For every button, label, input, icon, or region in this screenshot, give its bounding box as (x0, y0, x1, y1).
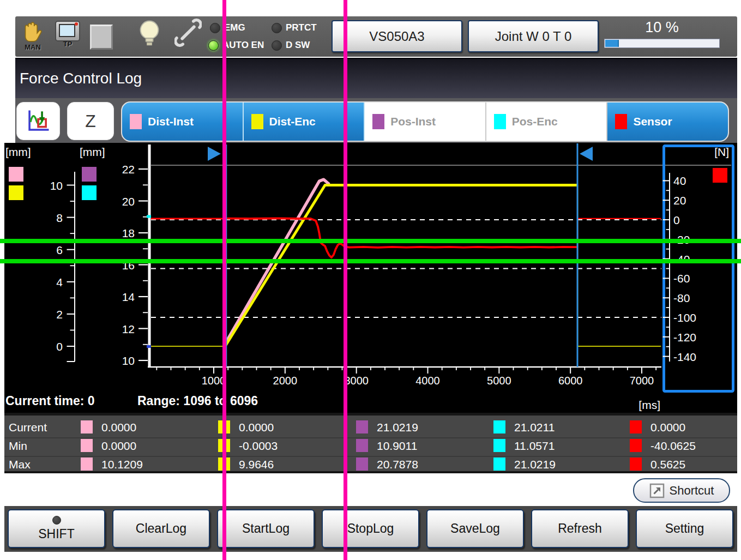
series-color-swatch (494, 114, 506, 129)
sensor-value: -40.0625 (650, 439, 696, 453)
time-tick-label: 7000 (630, 375, 654, 387)
value-table: CurrentMinMax0.00000.000010.12090.0000-0… (4, 413, 737, 473)
row-label-current: Current (9, 421, 47, 434)
tab-label: Dist-Enc (269, 115, 316, 128)
refresh-button[interactable]: Refresh (531, 509, 629, 548)
setting-button[interactable]: Setting (636, 509, 733, 548)
led-auto-en: AUTO EN (208, 40, 264, 51)
dist-inst-value: 0.0000 (101, 439, 136, 453)
speed-indicator: 10 % (604, 19, 720, 48)
pos-inst-value: 10.9011 (377, 439, 417, 453)
pos-inst-swatch (356, 457, 368, 471)
led-prtct: PRTCT (272, 22, 317, 33)
function-key-label: ClearLog (136, 521, 186, 536)
dist-axis-tick-label: 10 (50, 179, 63, 192)
led-off-indicator (210, 23, 220, 33)
teach-pendant-button[interactable]: TP (53, 19, 82, 48)
pos-inst-swatch (356, 439, 368, 452)
tab-sensor[interactable]: Sensor (607, 103, 728, 141)
led-label: EMG (224, 22, 245, 33)
dist-inst-legend-swatch (9, 167, 23, 182)
lightbulb-icon (138, 20, 161, 48)
time-tick-label: 5000 (487, 375, 511, 387)
startlog-button[interactable]: StartLog (217, 509, 315, 548)
dist-start-marker (147, 345, 151, 348)
dist-inst-swatch (81, 457, 93, 471)
current-time-label: Current time: 0 (5, 394, 95, 408)
sensor-swatch (630, 439, 642, 452)
pos-inst-legend-swatch (82, 167, 97, 182)
sensor-value: 0.5625 (650, 458, 685, 471)
force-axis-tick-label: -140 (673, 351, 696, 363)
sensor-swatch (630, 420, 642, 433)
force-axis-tick-label: -80 (673, 292, 690, 304)
axis-bar (148, 144, 151, 367)
led-label: PRTCT (286, 22, 317, 33)
dist-axis-tick-label: 4 (56, 276, 63, 288)
time-tick-label: 2000 (273, 375, 298, 387)
range-label: Range: 1096 to 6096 (137, 394, 258, 408)
z-axis-button[interactable]: Z (67, 102, 114, 140)
teach-pendant-icon (55, 21, 80, 41)
stoplog-button[interactable]: StopLog (322, 509, 419, 548)
speed-progress-bar (604, 39, 720, 48)
wrench-icon (174, 19, 202, 47)
clearlog-button[interactable]: ClearLog (112, 509, 210, 548)
led-off-indicator (272, 40, 282, 51)
pos-inst-value: 20.7878 (377, 458, 418, 471)
tab-pos-enc[interactable]: Pos-Enc (486, 103, 608, 141)
force-axis-tick-label: -120 (673, 331, 696, 344)
horizontal-marker-line-2 (0, 259, 741, 263)
title-bar: Force Control Log (15, 58, 737, 99)
force-control-log-chart: 1086420222018161412101000200030004000500… (0, 143, 741, 413)
pos-enc-value: 21.0219 (514, 458, 556, 471)
dist-inst-value: 10.1209 (101, 458, 143, 471)
series-color-swatch (130, 114, 142, 129)
force-axis-tick-label: 20 (673, 194, 686, 207)
led-label: D SW (286, 40, 310, 51)
time-axis-unit: [ms] (638, 399, 660, 411)
pos-axis-tick-label: 10 (122, 354, 135, 367)
dist-enc-value: -0.0003 (239, 439, 278, 453)
shift-button[interactable]: SHIFT (8, 509, 105, 548)
shortcut-icon (649, 483, 665, 498)
pos-enc-legend-swatch (82, 185, 97, 200)
tool-work-button[interactable]: Joint W 0 T 0 (468, 20, 599, 52)
tab-label: Pos-Inst (390, 115, 436, 128)
sensor-value: 0.0000 (650, 421, 685, 434)
series-tabs: Dist-InstDist-EncPos-InstPos-EncSensor (121, 101, 729, 142)
square-icon (90, 25, 113, 50)
tab-label: Pos-Enc (512, 115, 558, 128)
pos-enc-value: 21.0211 (514, 421, 555, 434)
time-tick-label: 4000 (415, 375, 440, 387)
led-d-sw: D SW (272, 40, 310, 51)
pos-inst-swatch (356, 420, 368, 433)
lamp-button[interactable] (138, 20, 161, 50)
robot-select-button[interactable]: VS050A3 (332, 20, 462, 52)
manual-mode-button[interactable]: MAN (19, 19, 47, 51)
savelog-button[interactable]: SaveLog (426, 509, 524, 548)
tab-pos-inst[interactable]: Pos-Inst (365, 103, 486, 141)
function-key-bar: SHIFTClearLogStartLogStopLogSaveLogRefre… (4, 506, 737, 552)
force-axis-tick-label: -60 (673, 272, 690, 285)
stop-button[interactable] (90, 25, 113, 50)
row-label-min: Min (9, 439, 27, 453)
pos-enc-start-marker (147, 215, 151, 218)
shortcut-button[interactable]: Shortcut (633, 478, 730, 503)
dist-enc-legend-swatch (9, 185, 23, 200)
dist-axis-unit: [mm] (5, 146, 31, 158)
pos-axis-tick-label: 20 (122, 195, 135, 208)
horizontal-marker-line-1 (0, 239, 741, 243)
page-title: Force Control Log (15, 59, 737, 98)
dist-axis-tick-label: 8 (56, 212, 63, 224)
force-axis-tick-label: 40 (673, 174, 686, 187)
dist-inst-swatch (81, 439, 93, 452)
graph-view-button[interactable] (16, 102, 60, 140)
sensor-legend-swatch (713, 168, 727, 183)
dist-inst-value: 0.0000 (101, 421, 136, 434)
graph-icon (26, 109, 51, 134)
speed-progress-fill (605, 40, 619, 47)
pos-axis-tick-label: 18 (122, 227, 135, 239)
series-color-swatch (251, 114, 263, 129)
maintenance-button[interactable] (174, 19, 202, 49)
